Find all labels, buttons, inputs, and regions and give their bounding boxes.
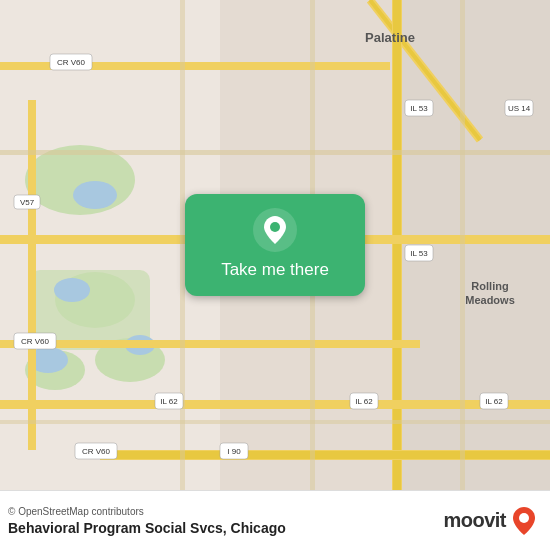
svg-point-10 bbox=[54, 278, 90, 302]
svg-point-56 bbox=[519, 513, 529, 523]
svg-text:IL 53: IL 53 bbox=[410, 104, 428, 113]
moovit-pin-icon bbox=[510, 505, 538, 537]
svg-text:IL 53: IL 53 bbox=[410, 249, 428, 258]
bottom-info: © OpenStreetMap contributors Behavioral … bbox=[8, 506, 286, 536]
moovit-logo: moovit bbox=[443, 505, 538, 537]
svg-rect-22 bbox=[100, 451, 550, 459]
svg-rect-16 bbox=[393, 0, 401, 490]
svg-text:IL 62: IL 62 bbox=[355, 397, 373, 406]
svg-text:I 90: I 90 bbox=[227, 447, 241, 456]
svg-rect-27 bbox=[460, 0, 465, 490]
svg-text:Palatine: Palatine bbox=[365, 30, 415, 45]
take-me-there-button[interactable]: Take me there bbox=[185, 194, 365, 296]
svg-rect-28 bbox=[0, 420, 550, 424]
location-name: Behavioral Program Social Svcs, Chicago bbox=[8, 520, 286, 536]
svg-text:V57: V57 bbox=[20, 198, 35, 207]
svg-text:Rolling: Rolling bbox=[471, 280, 508, 292]
moovit-text: moovit bbox=[443, 509, 506, 532]
svg-rect-20 bbox=[0, 400, 550, 409]
svg-rect-19 bbox=[0, 340, 420, 348]
take-me-there-label: Take me there bbox=[221, 260, 329, 280]
svg-rect-24 bbox=[0, 150, 550, 155]
svg-text:CR V60: CR V60 bbox=[21, 337, 50, 346]
svg-point-9 bbox=[73, 181, 117, 209]
svg-point-55 bbox=[270, 222, 280, 232]
svg-text:IL 62: IL 62 bbox=[485, 397, 503, 406]
svg-text:IL 62: IL 62 bbox=[160, 397, 178, 406]
bottom-bar: © OpenStreetMap contributors Behavioral … bbox=[0, 490, 550, 550]
svg-text:US 14: US 14 bbox=[508, 104, 531, 113]
osm-attribution: © OpenStreetMap contributors bbox=[8, 506, 286, 517]
svg-text:Meadows: Meadows bbox=[465, 294, 515, 306]
svg-text:CR V60: CR V60 bbox=[57, 58, 86, 67]
map-view: CR V60 V57 IL 53 IL 53 US 14 CR V60 IL 6… bbox=[0, 0, 550, 490]
location-pin-icon bbox=[253, 208, 297, 252]
svg-text:CR V60: CR V60 bbox=[82, 447, 111, 456]
